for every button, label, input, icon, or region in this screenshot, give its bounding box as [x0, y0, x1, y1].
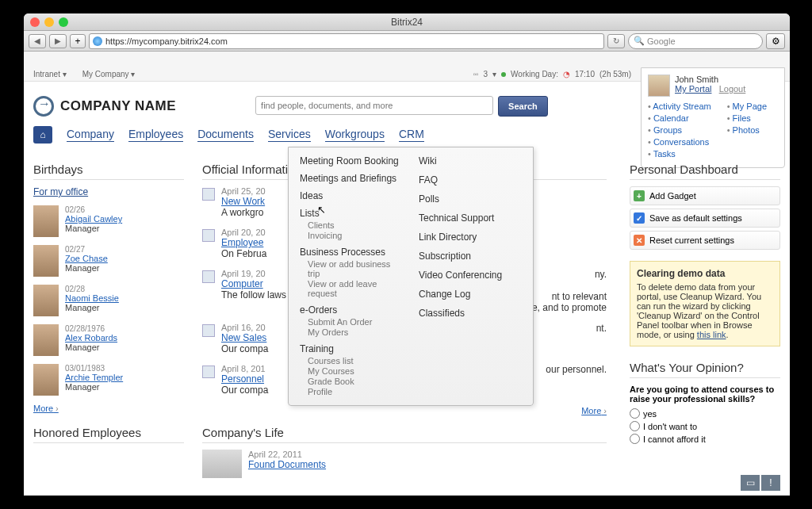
- radio-input[interactable]: [630, 421, 640, 431]
- dashboard-button-label: Save as default settings: [649, 213, 742, 223]
- radio-input[interactable]: [630, 434, 640, 444]
- chat-icon[interactable]: ▭: [741, 475, 760, 491]
- dropdown-item[interactable]: Link Directory: [419, 232, 522, 243]
- nav-services[interactable]: Services: [268, 128, 311, 142]
- avatar[interactable]: [33, 324, 59, 356]
- nav-crm[interactable]: CRM: [399, 128, 424, 142]
- birthday-role: Manager: [65, 382, 123, 392]
- logo-icon: [33, 96, 54, 117]
- user-link[interactable]: Photos: [727, 125, 767, 135]
- dropdown-subitem[interactable]: Submit An Order: [308, 317, 403, 327]
- dropdown-subitem[interactable]: My Orders: [308, 327, 403, 337]
- dashboard-button[interactable]: ✓Save as default settings: [630, 209, 780, 228]
- dropdown-item[interactable]: Video Conferencing: [419, 270, 522, 281]
- minimize-icon[interactable]: [44, 17, 54, 27]
- search-button[interactable]: Search: [498, 96, 548, 117]
- birthday-name-link[interactable]: Abigail Cawley: [65, 214, 122, 224]
- close-icon[interactable]: [30, 17, 40, 27]
- notif-count: 3: [484, 70, 488, 78]
- dropdown-subitem[interactable]: Courses list: [308, 356, 403, 365]
- user-link[interactable]: Activity Stream: [648, 101, 711, 111]
- user-link[interactable]: My Page: [727, 101, 767, 111]
- dropdown-item[interactable]: e-Orders: [300, 304, 403, 316]
- nav-workgroups[interactable]: Workgroups: [325, 128, 385, 142]
- dropdown-item[interactable]: Polls: [419, 193, 522, 205]
- birthday-name-link[interactable]: Naomi Bessie: [65, 293, 119, 303]
- dropdown-item[interactable]: Classifieds: [419, 308, 522, 319]
- logout-link[interactable]: Logout: [719, 84, 746, 94]
- my-portal-link[interactable]: My Portal: [675, 84, 711, 94]
- main-nav: ⌂ Company Employees Documents Services W…: [33, 126, 424, 144]
- poll-option[interactable]: I cannot afford it: [630, 434, 780, 444]
- alert-icon[interactable]: !: [761, 475, 780, 491]
- zoom-icon[interactable]: [59, 17, 68, 27]
- company-life-heading: Company's Life: [202, 426, 607, 443]
- radio-input[interactable]: [630, 408, 640, 419]
- nav-company[interactable]: Company: [67, 128, 114, 142]
- tab-company[interactable]: My Company ▾: [78, 69, 140, 79]
- dropdown-subitem[interactable]: View or add leave request: [308, 279, 403, 298]
- nav-documents[interactable]: Documents: [197, 128, 254, 142]
- search-placeholder: Google: [647, 36, 675, 46]
- nav-employees[interactable]: Employees: [128, 128, 183, 142]
- avatar[interactable]: [33, 245, 59, 277]
- poll-option[interactable]: I don't want to: [630, 421, 780, 431]
- user-link[interactable]: Tasks: [648, 149, 711, 159]
- dropdown-subitem[interactable]: Clients: [308, 220, 403, 230]
- dropdown-item[interactable]: Subscription: [419, 251, 522, 262]
- birthday-date: 02/28: [65, 285, 119, 293]
- gear-icon[interactable]: ⚙: [766, 33, 785, 49]
- dropdown-item[interactable]: Training: [300, 343, 403, 354]
- news-tail: nt.: [596, 323, 607, 354]
- time-value: 17:10: [575, 70, 595, 78]
- avatar[interactable]: [648, 75, 670, 97]
- birthday-name-link[interactable]: Archie Templer: [65, 373, 123, 382]
- back-button[interactable]: ◀: [29, 34, 46, 48]
- avatar[interactable]: [33, 285, 59, 316]
- dropdown-item[interactable]: Wiki: [419, 155, 522, 166]
- company-logo[interactable]: COMPANY NAME: [33, 96, 176, 117]
- dropdown-subitem[interactable]: View or add business trip: [308, 259, 403, 278]
- dropdown-item[interactable]: Technical Support: [419, 212, 522, 224]
- dropdown-item[interactable]: Lists: [300, 208, 403, 219]
- user-link[interactable]: Calendar: [648, 113, 711, 123]
- browser-search[interactable]: 🔍 Google: [628, 33, 763, 49]
- dropdown-item[interactable]: Change Log: [419, 289, 522, 300]
- home-icon[interactable]: ⌂: [33, 126, 52, 144]
- reload-button[interactable]: ↻: [607, 34, 625, 48]
- dropdown-subitem[interactable]: Grade Book: [308, 377, 403, 386]
- dropdown-item[interactable]: FAQ: [419, 174, 522, 186]
- user-link[interactable]: Conversations: [648, 137, 711, 147]
- tab-intranet[interactable]: Intranet ▾: [29, 69, 71, 79]
- poll-option[interactable]: yes: [630, 408, 780, 419]
- dashboard-button[interactable]: ✕Reset current settings: [630, 231, 780, 250]
- search-input[interactable]: [255, 96, 493, 115]
- dropdown-subitem[interactable]: My Courses: [308, 366, 403, 376]
- dropdown-subitem[interactable]: Profile: [308, 387, 403, 396]
- life-title[interactable]: Found Documents: [248, 459, 326, 470]
- url-bar[interactable]: https://mycompany.bitrix24.com: [89, 33, 604, 49]
- user-link[interactable]: Files: [727, 113, 767, 123]
- dashboard-heading: Personal Dashboard: [630, 163, 780, 180]
- dropdown-item[interactable]: Business Processes: [300, 247, 403, 258]
- dropdown-subitem[interactable]: Invoicing: [308, 231, 403, 240]
- birthday-name-link[interactable]: Alex Robards: [65, 333, 117, 343]
- dropdown-item[interactable]: Ideas: [300, 190, 403, 201]
- news-more-link[interactable]: More: [581, 406, 607, 415]
- user-link[interactable]: Groups: [648, 125, 711, 135]
- forward-button[interactable]: ▶: [49, 34, 67, 48]
- dashboard-button[interactable]: +Add Gadget: [630, 186, 780, 205]
- birthdays-more-link[interactable]: More: [33, 404, 184, 413]
- birthday-name-link[interactable]: Zoe Chase: [65, 254, 108, 263]
- avatar[interactable]: [33, 364, 59, 396]
- cleanup-panel: Clearing demo data To delete demo data f…: [630, 261, 780, 346]
- add-tab-button[interactable]: +: [70, 34, 86, 48]
- cleanup-link[interactable]: this link: [697, 330, 726, 339]
- life-date: April 22, 2011: [248, 450, 326, 459]
- dropdown-item[interactable]: Meeting Room Booking: [300, 155, 403, 166]
- birthday-role: Manager: [65, 303, 119, 312]
- for-my-office-link[interactable]: For my office: [33, 186, 184, 197]
- window-title: Bitrix24: [391, 17, 423, 28]
- avatar[interactable]: [33, 205, 59, 237]
- dropdown-item[interactable]: Meetings and Briefings: [300, 173, 403, 184]
